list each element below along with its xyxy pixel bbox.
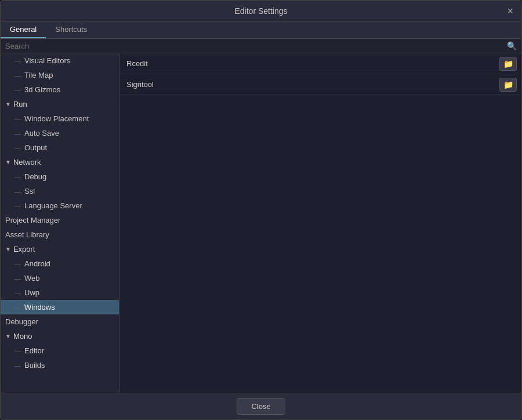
search-bar: 🔍 [1, 39, 521, 53]
content-cell-signtool-name: Signtool [119, 75, 249, 93]
content-cell-rcedit-name: Rcedit [119, 55, 249, 73]
dash-icon: — [14, 347, 21, 354]
dash-icon: — [14, 188, 21, 195]
dash-icon: — [14, 289, 21, 296]
content-cell-signtool-value [249, 80, 495, 89]
dash-icon: — [14, 86, 21, 93]
sidebar-item-3d-gizmos[interactable]: — 3d Gizmos [1, 82, 119, 97]
content-cell-rcedit-value [249, 59, 495, 68]
folder-icon: 📁 [503, 80, 513, 89]
sidebar-item-output[interactable]: — Output [1, 140, 119, 155]
sidebar-item-debug[interactable]: — Debug [1, 169, 119, 184]
sidebar-item-tile-map[interactable]: — Tile Map [1, 68, 119, 82]
sidebar-item-visual-editors[interactable]: — Visual Editors [1, 53, 119, 68]
close-dialog-button[interactable]: Close [237, 398, 285, 415]
tab-general[interactable]: General [1, 21, 46, 38]
folder-icon: 📁 [503, 59, 513, 68]
sidebar-item-builds[interactable]: — Builds [1, 358, 119, 372]
sidebar-item-language-server[interactable]: — Language Server [1, 198, 119, 213]
content-cell-signtool-action: 📁 [495, 75, 521, 94]
sidebar-item-windows[interactable]: — Windows [1, 300, 119, 314]
dash-icon: — [14, 130, 21, 137]
chevron-down-icon: ▼ [5, 101, 11, 107]
dash-icon: — [14, 173, 21, 180]
dialog-title: Editor Settings [234, 6, 287, 16]
sidebar-item-auto-save[interactable]: — Auto Save [1, 126, 119, 140]
sidebar-item-export[interactable]: ▼ Export [1, 242, 119, 256]
tab-bar: General Shortcuts [1, 21, 521, 39]
sidebar-item-web[interactable]: — Web [1, 271, 119, 285]
sidebar-item-window-placement[interactable]: — Window Placement [1, 111, 119, 126]
chevron-down-icon: ▼ [5, 159, 11, 165]
signtool-folder-button[interactable]: 📁 [499, 78, 517, 92]
rcedit-folder-button[interactable]: 📁 [499, 57, 517, 71]
dash-icon: — [14, 260, 21, 267]
dash-icon: — [14, 202, 21, 209]
dash-icon: — [14, 57, 21, 64]
editor-settings-dialog: Editor Settings × General Shortcuts 🔍 — … [0, 0, 522, 420]
dialog-overlay: Editor Settings × General Shortcuts 🔍 — … [0, 0, 522, 420]
sidebar-item-debugger[interactable]: Debugger [1, 314, 119, 329]
sidebar-item-mono[interactable]: ▼ Mono [1, 329, 119, 343]
sidebar-item-ssl[interactable]: — Ssl [1, 184, 119, 198]
dash-icon: — [14, 72, 21, 79]
chevron-down-icon: ▼ [5, 246, 11, 252]
sidebar-item-asset-library[interactable]: Asset Library [1, 227, 119, 242]
search-icon: 🔍 [507, 41, 517, 50]
chevron-down-icon: ▼ [5, 333, 11, 339]
dash-icon: — [14, 144, 21, 151]
sidebar-item-project-manager[interactable]: Project Manager [1, 213, 119, 227]
sidebar-item-run[interactable]: ▼ Run [1, 97, 119, 111]
main-content: — Visual Editors — Tile Map — 3d Gizmos … [1, 53, 521, 393]
sidebar-item-android[interactable]: — Android [1, 256, 119, 271]
search-input[interactable] [5, 42, 507, 50]
bottom-bar: Close [1, 393, 521, 419]
sidebar-item-editor[interactable]: — Editor [1, 343, 119, 358]
sidebar: — Visual Editors — Tile Map — 3d Gizmos … [1, 53, 119, 393]
sidebar-item-network[interactable]: ▼ Network [1, 155, 119, 169]
tab-shortcuts[interactable]: Shortcuts [46, 21, 96, 38]
dash-icon: — [14, 275, 21, 282]
title-bar: Editor Settings × [1, 1, 521, 21]
dash-icon: — [14, 304, 21, 311]
sidebar-item-uwp[interactable]: — Uwp [1, 285, 119, 300]
dash-icon: — [14, 115, 21, 122]
content-area: Rcedit 📁 Signtool 📁 [119, 53, 521, 393]
content-row-signtool: Signtool 📁 [119, 74, 521, 95]
content-row-rcedit: Rcedit 📁 [119, 53, 521, 74]
content-cell-rcedit-action: 📁 [495, 55, 521, 73]
close-x-button[interactable]: × [503, 5, 517, 17]
dash-icon: — [14, 362, 21, 369]
